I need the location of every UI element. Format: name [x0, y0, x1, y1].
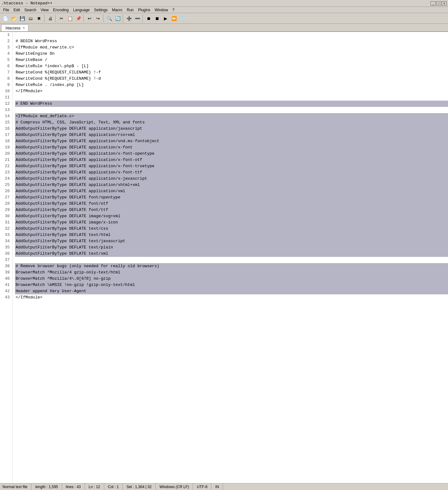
- menu-item-file[interactable]: File: [1, 8, 11, 12]
- titlebar-title: .htaccess - Notepad++: [1, 1, 52, 6]
- line-number-14: 14: [1, 113, 10, 119]
- copy-button[interactable]: 📋: [66, 14, 74, 22]
- line-number-9: 9: [1, 82, 10, 88]
- line-number-18: 18: [1, 138, 10, 144]
- save-button[interactable]: 💾: [18, 14, 26, 22]
- paste-button[interactable]: 📌: [74, 14, 82, 22]
- editor: 1234567891011121314151617181920212223242…: [0, 32, 448, 483]
- menu-item-macro[interactable]: Macro: [110, 8, 124, 12]
- line-number-26: 26: [1, 188, 10, 194]
- line-number-42: 42: [1, 288, 10, 294]
- code-line-31: AddOutputFilterByType DEFLATE image/x-ic…: [15, 219, 448, 226]
- code-line-11: [15, 94, 448, 101]
- line-number-15: 15: [1, 119, 10, 126]
- line-number-11: 11: [1, 94, 10, 101]
- menu-item-encoding[interactable]: Encoding: [51, 8, 71, 12]
- menu-item-window[interactable]: Window: [153, 8, 170, 12]
- code-line-8: RewriteCond %{REQUEST_FILENAME} !-d: [15, 76, 448, 82]
- save-all-button[interactable]: 🗂: [27, 14, 35, 22]
- line-number-13: 13: [1, 107, 10, 113]
- close-button[interactable]: ✖: [35, 14, 43, 22]
- record-button[interactable]: ⏺: [145, 14, 153, 22]
- save-macro-button[interactable]: 💿: [178, 14, 186, 22]
- tabbar: .htaccess ✕: [0, 24, 448, 32]
- code-line-35: AddOutputFilterByType DEFLATE text/plain: [15, 244, 448, 251]
- code-line-7: RewriteCond %{REQUEST_FILENAME} !-f: [15, 69, 448, 76]
- code-line-22: AddOutputFilterByType DEFLATE applicatio…: [15, 163, 448, 169]
- line-number-37: 37: [1, 257, 10, 263]
- open-button[interactable]: 📂: [10, 14, 18, 22]
- zoom-out-button[interactable]: ➖: [133, 14, 141, 22]
- line-number-4: 4: [1, 51, 10, 57]
- line-number-19: 19: [1, 144, 10, 151]
- status-charset: UTF-8: [193, 483, 211, 490]
- print-button[interactable]: 🖨: [46, 14, 54, 22]
- menu-item-search[interactable]: Search: [22, 8, 38, 12]
- line-number-43: 43: [1, 294, 10, 301]
- minimize-button[interactable]: _: [431, 1, 436, 6]
- status-length: length : 1,595: [32, 483, 62, 490]
- code-line-18: AddOutputFilterByType DEFLATE applicatio…: [15, 138, 448, 144]
- code-line-1: [15, 32, 448, 38]
- code-line-2: # BEGIN WordPress: [15, 38, 448, 44]
- line-number-25: 25: [1, 182, 10, 188]
- code-line-13: [15, 107, 448, 113]
- code-line-38: # Remove browser bugs (only needed for r…: [15, 263, 448, 269]
- line-number-20: 20: [1, 151, 10, 157]
- line-number-10: 10: [1, 88, 10, 94]
- replace-button[interactable]: 🔄: [114, 14, 122, 22]
- line-number-2: 2: [1, 38, 10, 44]
- titlebar: .htaccess - Notepad++ _ □ X: [0, 0, 448, 7]
- new-button[interactable]: 📄: [1, 14, 9, 22]
- status-col: Col : 1: [104, 483, 123, 490]
- line-number-32: 32: [1, 226, 10, 232]
- code-line-19: AddOutputFilterByType DEFLATE applicatio…: [15, 144, 448, 151]
- code-line-27: AddOutputFilterByType DEFLATE font/opent…: [15, 194, 448, 201]
- status-filetype: Normal text file: [2, 483, 32, 490]
- code-line-6: RewriteRule ^index\.php$ - [L]: [15, 63, 448, 69]
- code-line-10: </IfModule>: [15, 88, 448, 94]
- code-line-3: <IfModule mod_rewrite.c>: [15, 44, 448, 51]
- toolbar-separator-2: [55, 14, 57, 22]
- undo-button[interactable]: ↩: [86, 14, 94, 22]
- code-line-20: AddOutputFilterByType DEFLATE applicatio…: [15, 151, 448, 157]
- stop-button[interactable]: ⏹: [153, 14, 161, 22]
- run-button[interactable]: ⏩: [170, 14, 178, 22]
- find-button[interactable]: 🔍: [105, 14, 113, 22]
- close-window-button[interactable]: X: [442, 1, 447, 6]
- line-number-5: 5: [1, 57, 10, 63]
- code-line-26: AddOutputFilterByType DEFLATE applicatio…: [15, 188, 448, 194]
- code-line-42: Header append Vary User-Agent: [15, 288, 448, 294]
- menu-item-edit[interactable]: Edit: [12, 8, 22, 12]
- menu-item-run[interactable]: Run: [125, 8, 135, 12]
- line-number-16: 16: [1, 126, 10, 132]
- cut-button[interactable]: ✂: [57, 14, 66, 22]
- zoom-in-button[interactable]: ➕: [125, 14, 133, 22]
- tab-close-icon[interactable]: ✕: [22, 26, 25, 30]
- menu-item-?[interactable]: ?: [170, 8, 176, 12]
- code-line-28: AddOutputFilterByType DEFLATE font/otf: [15, 201, 448, 207]
- maximize-button[interactable]: □: [436, 1, 441, 6]
- menu-item-plugins[interactable]: Plugins: [136, 8, 152, 12]
- menu-item-language[interactable]: Language: [71, 8, 91, 12]
- toolbar-separator-4: [103, 14, 104, 22]
- menu-item-view[interactable]: View: [39, 8, 51, 12]
- redo-button[interactable]: ↪: [94, 14, 102, 22]
- code-line-37: [15, 257, 448, 263]
- toolbar-separator-5: [123, 14, 124, 22]
- line-number-6: 6: [1, 63, 10, 69]
- menubar: FileEditSearchViewEncodingLanguageSettin…: [0, 7, 448, 13]
- line-number-40: 40: [1, 276, 10, 282]
- code-line-36: AddOutputFilterByType DEFLATE text/xml: [15, 251, 448, 257]
- tab-htaccess[interactable]: .htaccess ✕: [1, 24, 28, 31]
- line-number-28: 28: [1, 201, 10, 207]
- play-button[interactable]: ▶: [161, 14, 170, 22]
- line-number-1: 1: [1, 32, 10, 38]
- menu-item-settings[interactable]: Settings: [92, 8, 109, 12]
- status-ln: Ln : 12: [85, 483, 104, 490]
- code-line-17: AddOutputFilterByType DEFLATE applicatio…: [15, 132, 448, 138]
- code-line-43: </IfModule>: [15, 294, 448, 301]
- code-line-5: RewriteBase /: [15, 57, 448, 63]
- line-number-35: 35: [1, 244, 10, 251]
- code-content[interactable]: # BEGIN WordPress<IfModule mod_rewrite.c…: [12, 32, 448, 483]
